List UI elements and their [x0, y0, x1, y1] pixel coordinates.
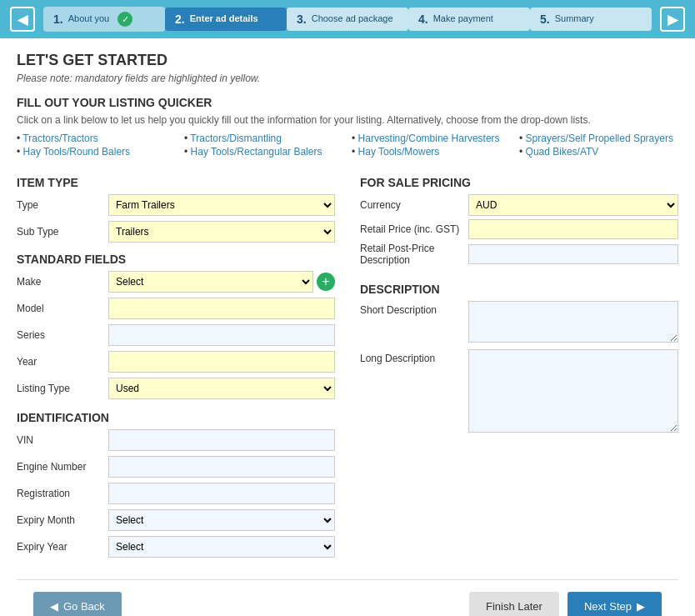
retail-price-label: Retail Price (inc. GST)	[360, 223, 468, 235]
make-row: Make Select +	[17, 271, 335, 293]
model-label: Model	[17, 303, 108, 314]
quick-link-tractors-tractors[interactable]: Tractors/Tractors	[17, 133, 176, 144]
progress-steps: 1. About you ✓ 2. Enter ad details 3. Ch…	[43, 7, 652, 32]
pricing-heading: FOR SALE PRICING	[360, 176, 678, 189]
step-2-number: 2.	[175, 13, 185, 26]
add-make-btn[interactable]: +	[317, 273, 335, 291]
quick-link-harvesting[interactable]: Harvesting/Combine Harvesters	[352, 133, 511, 144]
step-3: 3. Choose ad package	[287, 8, 408, 31]
fill-quicker-desc: Click on a link below to let us help you…	[17, 114, 678, 126]
quick-fill-links: Tractors/Tractors Tractors/Dismantling H…	[17, 133, 678, 158]
expiry-year-label: Expiry Year	[17, 541, 108, 553]
retail-post-price-label: Retail Post-Price Description	[360, 243, 468, 266]
quick-link-tractors-dismantling[interactable]: Tractors/Dismantling	[184, 133, 343, 144]
progress-bar-container: ◀ 1. About you ✓ 2. Enter ad details 3. …	[0, 0, 695, 38]
engine-number-row: Engine Number	[17, 456, 335, 478]
two-col-layout: ITEM TYPE Type Farm Trailers Sub Type Tr…	[17, 173, 678, 563]
step-4-number: 4.	[418, 13, 428, 26]
year-row: Year	[17, 351, 335, 373]
quick-link-quad-bikes[interactable]: Quad Bikes/ATV	[519, 146, 678, 158]
next-step-button[interactable]: Next Step ▶	[568, 592, 662, 616]
make-label: Make	[17, 276, 108, 288]
currency-select[interactable]: AUD	[468, 194, 678, 216]
registration-row: Registration	[17, 483, 335, 504]
sub-type-select[interactable]: Trailers	[108, 221, 335, 243]
expiry-year-row: Expiry Year Select	[17, 536, 335, 558]
footer-right: Finish Later Next Step ▶	[469, 592, 662, 616]
quick-link-sprayers[interactable]: Sprayers/Self Propelled Sprayers	[519, 133, 678, 144]
listing-type-select[interactable]: Used	[108, 378, 335, 399]
model-row: Model	[17, 298, 335, 319]
listing-type-row: Listing Type Used	[17, 378, 335, 399]
vin-row: VIN	[17, 429, 335, 451]
long-description-label: Long Description	[360, 349, 468, 364]
step-5: 5. Summary	[530, 8, 652, 31]
series-row: Series	[17, 324, 335, 346]
fill-quicker-heading: FILL OUT YOUR LISTING QUICKER	[17, 96, 678, 109]
currency-label: Currency	[360, 199, 468, 211]
standard-fields-heading: STANDARD FIELDS	[17, 253, 335, 266]
quick-link-hay-mowers[interactable]: Hay Tools/Mowers	[352, 146, 511, 158]
sub-type-row: Sub Type Trailers	[17, 221, 335, 243]
engine-number-input[interactable]	[108, 456, 335, 478]
short-description-row: Short Description	[360, 301, 678, 343]
quick-link-hay-round[interactable]: Hay Tools/Round Balers	[17, 146, 176, 158]
engine-number-label: Engine Number	[17, 461, 108, 473]
col-left: ITEM TYPE Type Farm Trailers Sub Type Tr…	[17, 173, 335, 563]
prev-nav-btn[interactable]: ◀	[10, 7, 35, 32]
footer: ◀ Go Back Finish Later Next Step ▶	[17, 579, 678, 616]
identification-heading: IDENTIFICATION	[17, 411, 335, 424]
step-5-label: Summary	[555, 13, 594, 24]
next-step-label: Next Step	[584, 600, 632, 613]
step-1-number: 1.	[53, 13, 63, 26]
expiry-month-select[interactable]: Select	[108, 509, 335, 531]
long-description-row: Long Description	[360, 349, 678, 433]
go-back-label: Go Back	[63, 600, 105, 613]
main-content: LET'S GET STARTED Please note: mandatory…	[0, 38, 695, 616]
step-3-number: 3.	[297, 13, 307, 26]
step-1-check: ✓	[118, 12, 132, 27]
next-nav-btn[interactable]: ▶	[660, 7, 685, 32]
type-row: Type Farm Trailers	[17, 194, 335, 216]
vin-input[interactable]	[108, 429, 335, 451]
series-input[interactable]	[108, 324, 335, 346]
registration-label: Registration	[17, 488, 108, 499]
col-right: FOR SALE PRICING Currency AUD Retail Pri…	[360, 173, 678, 563]
page-title: LET'S GET STARTED	[17, 52, 678, 69]
make-select[interactable]: Select	[108, 271, 313, 293]
expiry-year-select[interactable]: Select	[108, 536, 335, 558]
step-5-number: 5.	[540, 13, 550, 26]
step-2: 2. Enter ad details	[165, 8, 287, 31]
type-label: Type	[17, 199, 108, 211]
finish-later-button[interactable]: Finish Later	[469, 592, 559, 616]
listing-type-label: Listing Type	[17, 383, 108, 394]
year-input[interactable]	[108, 351, 335, 373]
step-2-label: Enter ad details	[190, 13, 258, 24]
retail-post-price-row: Retail Post-Price Description	[360, 243, 678, 266]
quick-link-hay-rectangular[interactable]: Hay Tools/Rectangular Balers	[184, 146, 343, 158]
short-description-label: Short Description	[360, 301, 468, 316]
step-4: 4. Make payment	[408, 8, 530, 31]
sub-type-label: Sub Type	[17, 226, 108, 238]
description-heading: DESCRIPTION	[360, 283, 678, 296]
year-label: Year	[17, 356, 108, 368]
retail-post-price-input[interactable]	[468, 244, 678, 264]
page-subtitle: Please note: mandatory fields are highli…	[17, 73, 678, 84]
go-back-arrow-icon: ◀	[50, 600, 58, 613]
model-input[interactable]	[108, 298, 335, 319]
retail-price-input[interactable]	[468, 219, 678, 239]
short-description-input[interactable]	[468, 301, 678, 343]
step-1: 1. About you ✓	[43, 7, 165, 32]
currency-row: Currency AUD	[360, 194, 678, 216]
expiry-month-label: Expiry Month	[17, 514, 108, 526]
registration-input[interactable]	[108, 483, 335, 504]
item-type-heading: ITEM TYPE	[17, 176, 335, 189]
expiry-month-row: Expiry Month Select	[17, 509, 335, 531]
go-back-button[interactable]: ◀ Go Back	[33, 592, 122, 616]
vin-label: VIN	[17, 434, 108, 446]
step-4-label: Make payment	[433, 13, 493, 24]
step-3-label: Choose ad package	[312, 13, 393, 24]
type-select[interactable]: Farm Trailers	[108, 194, 335, 216]
long-description-input[interactable]	[468, 349, 678, 433]
next-step-arrow-icon: ▶	[637, 600, 645, 613]
